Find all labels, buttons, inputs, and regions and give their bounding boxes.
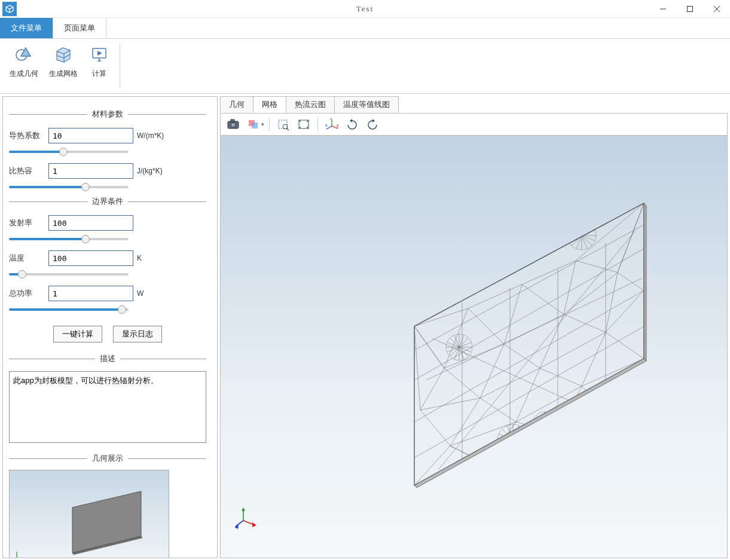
svg-marker-33 [414,203,644,485]
rotate-cw-icon[interactable] [343,116,361,133]
svg-marker-31 [372,119,375,123]
section-geom-display: 几何展示 [9,453,206,464]
view-tab-heatmap[interactable]: 热流云图 [286,96,335,113]
param-emiss-slider[interactable] [9,238,129,240]
maximize-button[interactable] [676,0,703,18]
param-temp-input[interactable] [48,250,133,266]
description-textarea[interactable] [9,371,206,443]
right-panel: 几何 网格 热流云图 温度等值线图 ▾ zyx [220,96,728,558]
view-tabs: 几何 网格 热流云图 温度等值线图 [220,96,728,113]
param-k-label: 导热系数 [9,130,45,141]
view-toolbar: ▾ zyx [220,113,728,135]
section-boundary: 边界条件 [9,196,206,207]
one-click-compute-button[interactable]: 一键计算 [53,326,102,342]
svg-point-16 [231,123,236,127]
toolbar-separator-2 [317,118,318,131]
main-area: 材料参数 导热系数 W/(m*K) 比热容 J/(kg*K) 边界条件 发射率 … [0,94,730,560]
viewport-3d[interactable] [220,135,728,558]
param-power-row: 总功率 W [9,286,206,301]
param-temp-row: 温度 K [9,250,206,266]
ribbon-tabs: 文件菜单 页面菜单 [0,18,730,39]
tab-file-menu[interactable]: 文件菜单 [0,18,53,38]
geom-icon [13,44,35,65]
toolbar-separator [269,118,270,131]
svg-marker-45 [235,524,239,529]
section-description: 描述 [9,353,206,364]
param-k-slider[interactable] [9,151,129,153]
param-cp-unit: J/(kg*K) [137,167,173,175]
zoom-extents-icon[interactable] [295,116,313,133]
svg-rect-19 [252,123,258,128]
close-button[interactable] [703,0,730,18]
camera-icon[interactable] [224,116,242,133]
param-temp-slider[interactable] [9,273,129,276]
param-power-label: 总功率 [9,288,45,299]
transparency-icon[interactable] [245,116,262,133]
section-material: 材料参数 [9,109,206,120]
param-cp-slider[interactable] [9,186,129,188]
param-temp-label: 温度 [9,253,45,264]
section-description-title: 描述 [95,353,120,364]
ribbon-content: 生成几何 生成网格 计算 [0,39,730,94]
button-row: 一键计算 显示日志 [9,326,206,342]
section-geom-display-title: 几何展示 [87,453,128,464]
svg-marker-10 [72,491,141,553]
section-material-title: 材料参数 [87,109,128,120]
ribbon-gen-geom-label: 生成几何 [10,69,38,79]
tab-page-menu[interactable]: 页面菜单 [53,18,106,38]
app-icon [2,2,17,16]
param-k-input[interactable] [48,128,133,143]
svg-rect-1 [687,6,692,11]
svg-text:y: y [337,123,339,128]
svg-marker-30 [350,119,352,123]
ribbon-gen-mesh-label: 生成网格 [49,69,78,79]
section-boundary-title: 边界条件 [87,196,128,207]
compute-icon [88,44,110,65]
ribbon-separator [120,44,120,88]
show-log-button[interactable]: 显示日志 [113,326,162,342]
svg-line-22 [287,128,289,130]
param-emiss-input[interactable] [48,215,133,231]
ribbon-gen-geom[interactable]: 生成几何 [6,41,42,91]
svg-marker-43 [252,522,256,527]
axis-triad [235,505,259,529]
ribbon-compute-label: 计算 [92,69,106,79]
param-power-unit: W [137,289,173,298]
svg-rect-17 [231,120,234,122]
rotate-ccw-icon[interactable] [364,116,381,133]
svg-marker-5 [21,48,30,56]
param-power-input[interactable] [48,286,133,301]
titlebar: Test [0,0,730,18]
left-panel: 材料参数 导热系数 W/(m*K) 比热容 J/(kg*K) 边界条件 发射率 … [2,96,218,558]
minimize-button[interactable] [649,0,676,18]
svg-marker-35 [644,203,646,361]
mesh-icon [53,44,74,65]
geom-preview[interactable] [9,470,169,558]
svg-marker-41 [242,507,245,511]
zoom-box-icon[interactable] [274,116,292,133]
svg-marker-7 [97,51,102,56]
ribbon-gen-mesh[interactable]: 生成网格 [45,41,81,91]
window-controls [649,0,730,18]
param-cp-input[interactable] [48,163,133,179]
param-power-slider[interactable] [9,308,129,311]
svg-text:z: z [330,118,332,120]
param-emiss-row: 发射率 [9,215,206,231]
param-k-unit: W/(m*K) [137,131,173,140]
param-cp-label: 比热容 [9,166,45,176]
view-tab-contour[interactable]: 温度等值线图 [334,96,399,113]
param-temp-unit: K [137,254,173,262]
mesh-rendering [283,171,665,506]
param-k-row: 导热系数 W/(m*K) [9,128,206,143]
view-tab-mesh[interactable]: 网格 [253,96,286,113]
param-emiss-label: 发射率 [9,218,45,228]
param-cp-row: 比热容 J/(kg*K) [9,163,206,179]
view-tab-geom[interactable]: 几何 [220,96,253,113]
svg-text:x: x [325,123,328,127]
window-title: Test [356,4,374,14]
ribbon-compute[interactable]: 计算 [85,41,114,91]
xyz-icon[interactable]: zyx [323,116,341,133]
